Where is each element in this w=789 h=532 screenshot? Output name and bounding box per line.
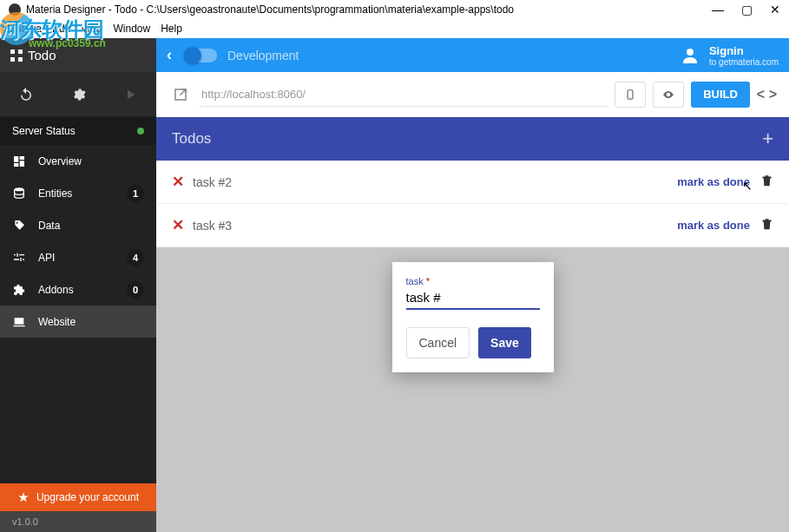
todo-task-label: task #2 [193, 175, 232, 189]
modal-field-label: task * [406, 276, 540, 286]
watermark-logo [0, 12, 33, 45]
cancel-button[interactable]: Cancel [406, 327, 470, 358]
sidebar-item-data[interactable]: Data [0, 209, 156, 241]
gear-icon[interactable] [70, 87, 86, 102]
sidebar-item-label: API [38, 252, 55, 264]
database-icon [12, 187, 26, 200]
todo-task-label: task #3 [193, 219, 232, 233]
window-title: Materia Designer - Todo - C:\Users\geoas… [26, 3, 514, 16]
eye-icon [662, 89, 674, 101]
sidebar-item-label: Entities [38, 187, 72, 200]
menu-view[interactable]: View [81, 23, 103, 35]
upgrade-button[interactable]: Upgrade your account [0, 483, 156, 511]
topbar: ‹ Development Signin to getmateria.com [156, 38, 789, 72]
todos-header: Todos + [156, 117, 789, 161]
mobile-preview-button[interactable] [615, 82, 646, 108]
menu-window[interactable]: Window [114, 23, 151, 35]
sidebar-item-entities[interactable]: Entities 1 [0, 177, 156, 209]
svg-point-0 [15, 187, 24, 191]
signin-sub: to getmateria.com [709, 57, 779, 67]
trash-icon [760, 217, 773, 232]
svg-point-1 [687, 49, 694, 56]
mark-done-button[interactable]: mark as done [677, 219, 750, 232]
task-modal: task * Cancel Save [392, 262, 554, 372]
user-icon [680, 45, 700, 66]
signin-title: Signin [709, 44, 779, 57]
mark-done-button[interactable]: mark as done [677, 175, 750, 188]
app-menubar: 河东软件园 www.pc0359.cn Materia Edit View Wi… [0, 19, 789, 38]
delete-todo-button[interactable] [760, 217, 773, 234]
trash-icon [760, 174, 773, 188]
delete-todo-button[interactable] [760, 174, 773, 191]
build-button[interactable]: BUILD [691, 82, 750, 108]
open-external-button[interactable] [168, 82, 193, 107]
laptop-icon [12, 315, 26, 329]
sidebar: Todo Server Status Overview Entities 1 D… [0, 38, 156, 532]
add-todo-button[interactable]: + [762, 128, 773, 150]
save-button[interactable]: Save [478, 327, 531, 358]
urlbar-row: BUILD < > [156, 72, 789, 117]
tags-icon [12, 219, 26, 233]
play-icon[interactable] [122, 87, 138, 102]
menu-help[interactable]: Help [161, 23, 182, 35]
sidebar-toolbar [0, 72, 156, 117]
upgrade-label: Upgrade your account [36, 491, 139, 503]
todo-status-x-icon: ✕ [172, 216, 184, 234]
nav-badge: 4 [127, 249, 144, 266]
sidebar-item-label: Data [38, 220, 60, 232]
svg-point-3 [630, 96, 631, 97]
close-window-button[interactable]: ✕ [770, 3, 780, 16]
sidebar-item-website[interactable]: Website [0, 305, 156, 338]
env-toggle[interactable] [186, 49, 217, 62]
sidebar-item-overview[interactable]: Overview [0, 145, 156, 177]
todos-title: Todos [172, 130, 211, 148]
env-label: Development [227, 49, 299, 62]
open-external-icon [173, 87, 188, 102]
sidebar-item-label: Overview [38, 155, 82, 167]
todo-row: ✕ task #2 mark as done [156, 161, 789, 204]
window-titlebar: Materia Designer - Todo - C:\Users\geoas… [0, 0, 789, 19]
todo-status-x-icon: ✕ [172, 173, 184, 191]
version-bar: v1.0.0 [0, 511, 156, 532]
minimize-button[interactable]: — [712, 3, 724, 16]
dashboard-icon [12, 154, 26, 168]
sliders-icon [12, 251, 26, 265]
sidebar-app-name: Todo [28, 48, 56, 62]
nav-badge: 1 [127, 185, 144, 202]
mobile-icon [624, 89, 636, 101]
sidebar-item-label: Website [38, 316, 76, 328]
code-button[interactable]: < > [757, 87, 777, 102]
task-input[interactable] [406, 286, 540, 310]
url-input[interactable] [200, 82, 608, 107]
signin-button[interactable]: Signin to getmateria.com [680, 44, 779, 67]
restart-icon[interactable] [18, 87, 34, 102]
puzzle-icon [12, 283, 26, 297]
star-icon [17, 491, 30, 503]
menu-edit[interactable]: Edit [52, 23, 70, 35]
main-panel: ‹ Development Signin to getmateria.com [156, 38, 789, 532]
server-status-label: Server Status [12, 125, 76, 137]
preview-button[interactable] [653, 82, 684, 108]
server-status-row: Server Status [0, 117, 156, 145]
nav-badge: 0 [127, 281, 144, 299]
sidebar-item-addons[interactable]: Addons 0 [0, 273, 156, 305]
version-text: v1.0.0 [12, 516, 38, 527]
sidebar-item-api[interactable]: API 4 [0, 241, 156, 273]
sidebar-item-label: Addons [38, 284, 74, 296]
back-button[interactable]: ‹ [167, 46, 172, 64]
app-grid-icon [10, 49, 23, 62]
todo-row: ✕ task #3 mark as done [156, 204, 789, 247]
status-dot-icon [137, 128, 144, 135]
maximize-button[interactable]: ▢ [741, 3, 753, 16]
